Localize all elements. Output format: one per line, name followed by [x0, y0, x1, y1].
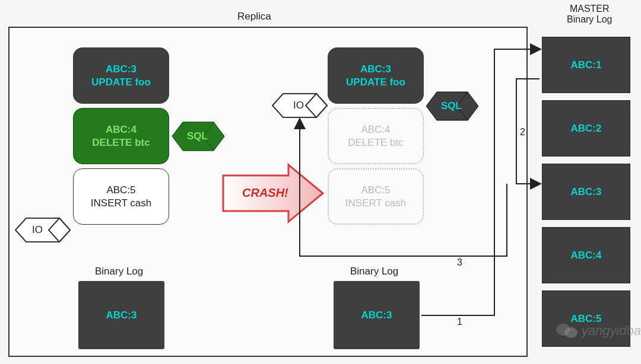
- binlog-left-box: ABC:3: [78, 281, 164, 349]
- right-block-1-op: UPDATE foo: [346, 76, 405, 88]
- io-tag-left-label: IO: [27, 224, 47, 236]
- left-block-1-op: UPDATE foo: [91, 76, 151, 88]
- binlog-left-value: ABC:3: [106, 309, 137, 321]
- master-entry-2: ABC:2: [542, 100, 630, 157]
- right-block-2-op: DELETE btc: [348, 136, 404, 149]
- crash-label: CRASH!: [242, 186, 288, 200]
- svg-point-13: [564, 327, 566, 329]
- right-block-3-ghost: ABC:5 INSERT cash: [328, 168, 424, 225]
- watermark: yangyidba: [556, 323, 641, 339]
- left-block-1: ABC:3 UPDATE foo: [73, 47, 169, 104]
- master-title: MASTER Binary Log: [567, 4, 613, 25]
- watermark-text: yangyidba: [582, 323, 641, 339]
- sql-tag-left-label: SQL: [181, 129, 214, 143]
- right-block-1-id: ABC:3: [360, 63, 391, 75]
- svg-point-11: [564, 327, 577, 338]
- right-block-3-op: INSERT cash: [345, 197, 406, 209]
- io-tag-right-label: IO: [288, 100, 309, 111]
- binlog-right-box: ABC:3: [334, 281, 420, 349]
- svg-point-14: [567, 331, 569, 333]
- left-block-3-op: INSERT cash: [91, 197, 151, 209]
- right-block-3-id: ABC:5: [361, 184, 390, 196]
- right-block-2-id: ABC:4: [361, 123, 390, 136]
- conn-num-2: 2: [520, 127, 525, 138]
- svg-point-12: [560, 327, 561, 329]
- binlog-right-value: ABC:3: [361, 309, 392, 321]
- left-block-3-id: ABC:5: [106, 184, 135, 196]
- svg-point-15: [572, 331, 573, 333]
- chat-icon: [556, 323, 579, 339]
- right-block-2-ghost: ABC:4 DELETE btc: [328, 108, 424, 164]
- replica-title: Replica: [237, 11, 271, 23]
- master-entry-4: ABC:4: [542, 227, 630, 283]
- left-block-2-op: DELETE btc: [92, 136, 150, 149]
- sql-tag-right-label: SQL: [435, 99, 468, 113]
- left-block-1-id: ABC:3: [106, 63, 137, 75]
- conn-num-1: 1: [457, 317, 462, 327]
- right-block-1: ABC:3 UPDATE foo: [328, 47, 424, 104]
- binlog-label-right: Binary Log: [350, 266, 398, 277]
- master-entry-1: ABC:1: [542, 37, 630, 93]
- left-block-3: ABC:5 INSERT cash: [73, 168, 169, 225]
- left-block-2-id: ABC:4: [106, 123, 137, 136]
- conn-num-3: 3: [457, 257, 462, 268]
- left-block-2: ABC:4 DELETE btc: [73, 108, 169, 164]
- binlog-label-left: Binary Log: [95, 266, 143, 277]
- master-entry-3: ABC:3: [542, 164, 630, 220]
